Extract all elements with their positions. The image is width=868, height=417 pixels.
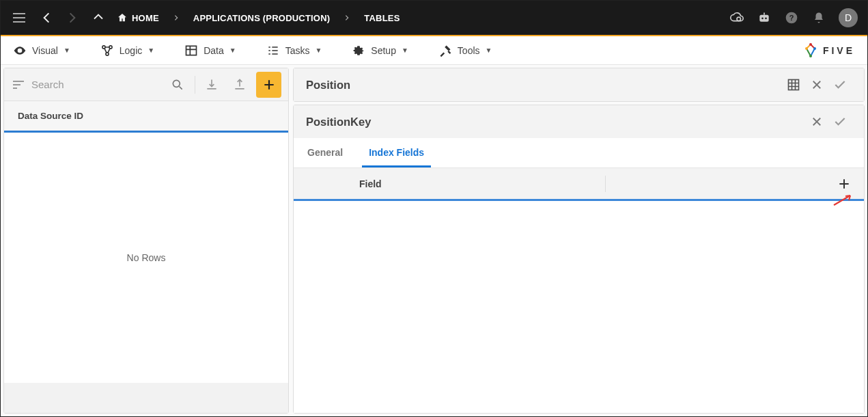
tab-index-fields-label: Index Fields (369, 147, 424, 158)
brand-logo: FIVE (802, 42, 855, 59)
field-body (294, 201, 864, 413)
panel-positionkey-title: PositionKey (306, 116, 371, 129)
left-pane: Data Source ID No Rows (3, 68, 289, 414)
breadcrumb-sep-icon (173, 13, 180, 23)
menu-tools-label: Tools (458, 45, 480, 56)
table-icon (184, 44, 198, 57)
breadcrumb-tables-label: TABLES (364, 13, 400, 23)
menu-logic[interactable]: Logic ▼ (100, 44, 154, 57)
dropdown-icon: ▼ (315, 46, 322, 54)
panel-positionkey-header: PositionKey (294, 105, 864, 138)
confirm-icon[interactable] (828, 73, 852, 96)
svg-point-14 (809, 55, 812, 57)
panel-position: Position (293, 68, 865, 102)
dropdown-icon: ▼ (148, 46, 154, 54)
help-icon[interactable]: ? (784, 10, 799, 25)
svg-point-13 (805, 47, 808, 50)
breadcrumb-applications-label: APPLICATIONS (PRODUCTION) (193, 13, 330, 23)
tasks-icon (266, 44, 280, 57)
empty-state-text: No Rows (127, 252, 166, 263)
dropdown-icon: ▼ (486, 46, 492, 54)
dropdown-icon: ▼ (402, 46, 408, 54)
tab-index-fields[interactable]: Index Fields (362, 139, 431, 167)
search-input[interactable] (31, 79, 161, 90)
avatar-initial: D (845, 12, 852, 23)
menu-visual[interactable]: Visual ▼ (13, 44, 70, 57)
panel-position-title: Position (306, 79, 350, 92)
main-area: Data Source ID No Rows Position (1, 65, 867, 416)
breadcrumb-tables[interactable]: TABLES (364, 13, 400, 23)
menu-tasks-label: Tasks (285, 45, 310, 56)
logic-icon (100, 44, 114, 57)
svg-point-2 (761, 18, 764, 20)
svg-point-12 (813, 47, 816, 50)
gear-icon (352, 44, 365, 57)
search-icon[interactable] (167, 73, 189, 96)
breadcrumb-applications[interactable]: APPLICATIONS (PRODUCTION) (193, 13, 330, 23)
home-icon (117, 12, 128, 23)
svg-point-3 (765, 18, 767, 20)
svg-point-0 (737, 17, 741, 21)
menu-data[interactable]: Data ▼ (184, 44, 236, 57)
add-field-button[interactable] (834, 174, 854, 194)
breadcrumb-home[interactable]: HOME (117, 12, 159, 23)
svg-rect-16 (789, 80, 799, 90)
breadcrumb-home-label: HOME (132, 13, 159, 23)
svg-point-15 (173, 80, 180, 87)
tab-general[interactable]: General (300, 139, 350, 167)
forward-button (65, 10, 80, 25)
field-header-row: Field (294, 168, 864, 201)
svg-rect-1 (759, 15, 768, 22)
filter-icon[interactable] (11, 79, 26, 91)
brand-icon (802, 42, 819, 59)
import-icon[interactable] (201, 73, 223, 96)
up-button[interactable] (91, 10, 106, 25)
close-icon[interactable] (805, 110, 828, 133)
export-icon[interactable] (229, 73, 251, 96)
menu-visual-label: Visual (32, 45, 58, 56)
breadcrumb: HOME APPLICATIONS (PRODUCTION) TABLES (117, 12, 400, 23)
avatar[interactable]: D (839, 8, 858, 27)
menu-logic-label: Logic (120, 45, 142, 56)
svg-rect-10 (186, 46, 197, 55)
bell-icon[interactable] (811, 10, 826, 25)
dropdown-icon: ▼ (64, 46, 70, 54)
menu-data-label: Data (204, 45, 224, 56)
bot-icon[interactable] (757, 10, 772, 25)
menu-tools[interactable]: Tools ▼ (438, 44, 492, 57)
menu-setup-label: Setup (371, 45, 396, 56)
back-button[interactable] (39, 10, 54, 25)
column-header-label: Data Source ID (18, 111, 83, 121)
close-icon[interactable] (805, 73, 828, 96)
hamburger-menu[interactable] (10, 10, 28, 25)
dropdown-icon: ▼ (229, 46, 236, 54)
confirm-icon[interactable] (828, 110, 852, 133)
svg-point-6 (18, 49, 20, 51)
tab-general-label: General (307, 147, 343, 158)
left-footer (4, 383, 288, 413)
top-nav-bar: HOME APPLICATIONS (PRODUCTION) TABLES ? (1, 1, 867, 36)
tab-bar: General Index Fields (294, 138, 864, 168)
menu-bar: Visual ▼ Logic ▼ Data ▼ Tasks ▼ Setup ▼ … (1, 36, 867, 65)
eye-icon (13, 44, 27, 57)
svg-point-11 (809, 43, 812, 46)
field-column-label: Field (359, 178, 382, 189)
svg-text:?: ? (789, 14, 794, 22)
panel-position-header: Position (294, 68, 864, 101)
right-pane: Position PositionKey (293, 68, 865, 414)
empty-state: No Rows (4, 133, 288, 383)
grid-view-icon[interactable] (782, 73, 805, 96)
breadcrumb-sep-icon (344, 13, 350, 23)
menu-setup[interactable]: Setup ▼ (352, 44, 408, 57)
panel-positionkey: PositionKey General Index Fields Field (293, 105, 865, 414)
add-button[interactable] (256, 72, 281, 98)
cloud-icon[interactable] (729, 10, 744, 25)
brand-label: FIVE (823, 45, 855, 56)
search-toolbar (4, 68, 288, 101)
column-header[interactable]: Data Source ID (4, 101, 288, 133)
tools-icon (438, 44, 452, 57)
menu-tasks[interactable]: Tasks ▼ (266, 44, 322, 57)
